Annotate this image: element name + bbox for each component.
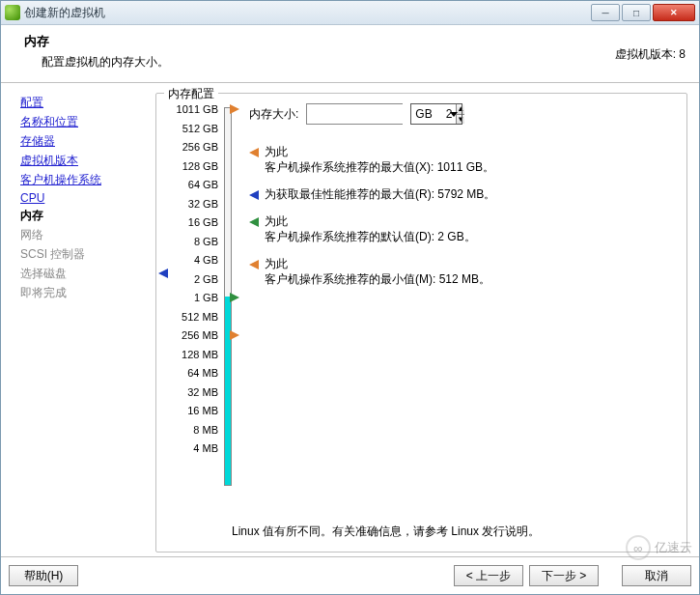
rec-default: 为此 客户机操作系统推荐的默认值(D): 2 GB。 — [249, 213, 675, 244]
linux-note: Linux 值有所不同。有关准确信息，请参考 Linux 发行说明。 — [232, 524, 540, 540]
triangle-blue-icon — [249, 190, 259, 200]
memory-config-panel: 1011 GB 512 GB 256 GB 128 GB 64 GB 32 GB… — [155, 93, 687, 552]
step-cpu[interactable]: CPU — [20, 191, 155, 205]
memory-unit-select[interactable]: GB — [410, 103, 462, 125]
help-button[interactable]: 帮助(H) — [9, 565, 78, 586]
wizard-steps: 配置 名称和位置 存储器 虚拟机版本 客户机操作系统 CPU 内存 网络 SCS… — [20, 93, 155, 552]
cancel-button[interactable]: 取消 — [622, 565, 691, 586]
back-button[interactable]: < 上一步 — [454, 565, 523, 586]
titlebar: 创建新的虚拟机 ─ □ ✕ — [1, 1, 699, 25]
marker-max-icon — [230, 103, 239, 117]
memory-size-label: 内存大小: — [249, 106, 298, 123]
step-name-location[interactable]: 名称和位置 — [20, 114, 155, 130]
wizard-header: 内存 配置虚拟机的内存大小。 虚拟机版本: 8 — [1, 25, 699, 83]
step-disk: 选择磁盘 — [20, 266, 155, 282]
wizard-window: 创建新的虚拟机 ─ □ ✕ 内存 配置虚拟机的内存大小。 虚拟机版本: 8 配置… — [0, 0, 700, 595]
marker-min-icon — [230, 329, 239, 343]
minimize-button[interactable]: ─ — [591, 4, 620, 21]
page-description: 配置虚拟机的内存大小。 — [24, 54, 169, 71]
rec-min: 为此 客户机操作系统推荐的最小值(M): 512 MB。 — [249, 256, 675, 287]
maximize-button[interactable]: □ — [622, 4, 651, 21]
step-guest-os[interactable]: 客户机操作系统 — [20, 172, 155, 188]
memory-size-spinner[interactable]: ▲ ▼ — [306, 103, 403, 125]
slider-fill — [225, 297, 231, 485]
memory-slider[interactable]: 1011 GB 512 GB 256 GB 128 GB 64 GB 32 GB… — [168, 103, 238, 497]
step-network: 网络 — [20, 227, 155, 243]
content-area: 配置 名称和位置 存储器 虚拟机版本 客户机操作系统 CPU 内存 网络 SCS… — [1, 83, 699, 556]
vm-version-label: 虚拟机版本: 8 — [615, 33, 689, 71]
triangle-orange-icon — [249, 148, 259, 157]
step-config[interactable]: 配置 — [20, 95, 155, 111]
memory-size-row: 内存大小: ▲ ▼ GB — [249, 103, 675, 125]
page-title: 内存 — [24, 33, 169, 50]
window-controls: ─ □ ✕ — [591, 4, 695, 21]
next-button[interactable]: 下一步 > — [529, 565, 599, 586]
button-bar: 帮助(H) < 上一步 下一步 > 取消 — [1, 556, 699, 594]
close-button[interactable]: ✕ — [653, 4, 695, 21]
slider-tick-labels: 1011 GB 512 GB 256 GB 128 GB 64 GB 32 GB… — [177, 103, 218, 462]
triangle-orange-icon — [249, 260, 259, 269]
app-icon — [5, 5, 20, 20]
step-vm-version[interactable]: 虚拟机版本 — [20, 153, 155, 169]
step-memory: 内存 — [20, 208, 155, 224]
step-storage[interactable]: 存储器 — [20, 133, 155, 150]
window-title: 创建新的虚拟机 — [24, 5, 591, 21]
triangle-green-icon — [249, 217, 259, 227]
marker-default-icon — [230, 292, 239, 305]
rec-best: 为获取最佳性能推荐的最大值(R): 5792 MB。 — [249, 186, 675, 202]
memory-config-right: 内存大小: ▲ ▼ GB — [238, 103, 675, 497]
step-finish: 即将完成 — [20, 285, 155, 301]
rec-max: 为此 客户机操作系统推荐的最大值(X): 1011 GB。 — [249, 144, 675, 175]
step-scsi: SCSI 控制器 — [20, 246, 155, 263]
marker-best-icon — [158, 268, 168, 281]
